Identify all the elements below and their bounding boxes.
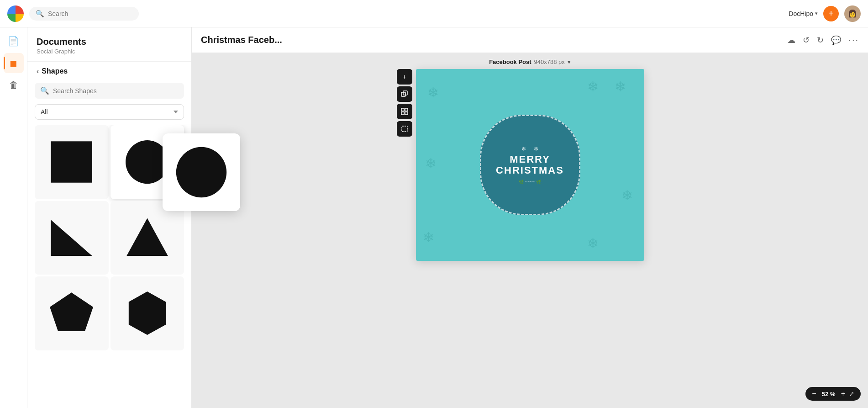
canvas-area[interactable]: Facebook Post 940x788 px ▾ + [192, 53, 868, 408]
avatar-image: 👩 [848, 9, 857, 18]
icon-bar: 📄 ◼ 🗑 [0, 27, 27, 408]
search-icon: 🔍 [36, 10, 44, 18]
shape-hexagon[interactable] [110, 276, 184, 350]
center-badge: ❄ ❄ MERRY CHRISTMAS 🌿 ~~~~ 🌿 [480, 115, 580, 215]
navbar-right: DocHipo ▾ + 👩 [789, 5, 861, 22]
search-shapes-icon: 🔍 [40, 86, 49, 95]
triangle-icon [121, 212, 173, 264]
trash-icon: 🗑 [9, 80, 18, 90]
svg-point-6 [176, 147, 226, 197]
snowflake-6: ❄ [587, 235, 599, 251]
square-icon [46, 136, 97, 188]
shape-square[interactable] [35, 125, 109, 199]
search-shapes-input[interactable] [53, 87, 179, 95]
comment-icon[interactable]: 💬 [831, 35, 841, 45]
svg-marker-3 [126, 218, 168, 256]
snowflake-2: ❄ [587, 79, 599, 95]
more-options-icon[interactable]: ··· [848, 35, 859, 45]
search-shapes-bar[interactable]: 🔍 [35, 83, 184, 99]
doc-title: Christmas Faceb... [201, 35, 787, 45]
app-logo[interactable] [7, 5, 24, 22]
svg-marker-5 [129, 291, 166, 335]
zoom-out-button[interactable]: − [812, 390, 816, 398]
global-search-bar[interactable]: 🔍 [29, 7, 139, 21]
grid-button[interactable] [397, 104, 412, 119]
circle-preview-icon [174, 145, 229, 200]
document-icon: 📄 [8, 36, 19, 47]
format-bar: Facebook Post 940x788 px ▾ [489, 53, 571, 69]
shape-right-triangle[interactable] [35, 201, 109, 275]
pentagon-icon [46, 287, 97, 339]
zoom-value: 52 % [820, 391, 837, 397]
right-triangle-icon [46, 212, 97, 264]
crop-button[interactable] [397, 121, 412, 137]
zoom-bar: − 52 % + ⤢ [805, 387, 861, 401]
canvas-container: + [416, 69, 644, 261]
left-panel: Documents Social Graphic ‹ Shapes 🔍 All … [27, 27, 192, 408]
svg-rect-13 [402, 126, 407, 132]
sidebar-item-trash[interactable]: 🗑 [4, 75, 24, 95]
topbar-actions: ☁ ↺ ↻ 💬 ··· [787, 35, 859, 45]
global-search-input[interactable] [48, 10, 130, 17]
svg-rect-9 [401, 108, 404, 111]
badge-content: ❄ ❄ MERRY CHRISTMAS 🌿 ~~~~ 🌿 [496, 146, 564, 184]
main-body: 📄 ◼ 🗑 Documents Social Graphic ‹ Shapes … [0, 27, 868, 408]
shape-pentagon[interactable] [35, 276, 109, 350]
panel-section-title: Documents [37, 37, 182, 47]
zoom-expand-button[interactable]: ⤢ [849, 390, 854, 397]
shapes-section-title: Shapes [42, 67, 68, 75]
design-canvas[interactable]: ❄ ❄ ❄ ❄ ❄ ❄ ❄ ❄ ❄ MERRY [416, 69, 644, 261]
center-area: Christmas Faceb... ☁ ↺ ↻ 💬 ··· Facebook … [192, 27, 868, 408]
sidebar-item-document[interactable]: 📄 [4, 31, 24, 51]
avatar[interactable]: 👩 [844, 5, 861, 22]
floating-toolbar: + [397, 69, 412, 137]
svg-rect-11 [401, 112, 404, 115]
snowflake-7: ❄ [425, 155, 437, 171]
crop-icon [401, 125, 408, 132]
format-size: 940x788 px [534, 58, 565, 65]
redo-icon[interactable]: ↻ [817, 35, 824, 45]
svg-rect-10 [405, 108, 408, 111]
editor-topbar: Christmas Faceb... ☁ ↺ ↻ 💬 ··· [192, 27, 868, 53]
svg-rect-12 [405, 112, 408, 115]
brand-chevron-icon: ▾ [815, 11, 818, 16]
undo-icon[interactable]: ↺ [803, 35, 810, 45]
format-chevron-icon[interactable]: ▾ [568, 58, 571, 65]
shape-filter-select[interactable]: All Basic Arrows Icons Line Art [35, 104, 184, 120]
snowflake-4: ❄ [621, 187, 633, 203]
panel-section-subtitle: Social Graphic [37, 48, 182, 55]
svg-marker-2 [51, 220, 92, 256]
panel-header: Documents Social Graphic [27, 27, 191, 58]
snowflake-3: ❄ [615, 79, 626, 95]
brand-menu[interactable]: DocHipo ▾ [789, 10, 818, 17]
snowflake-decoration-left: ❄ ❄ [496, 146, 564, 152]
duplicate-button[interactable] [397, 86, 412, 102]
snowflake-1: ❄ [427, 85, 439, 101]
shapes-icon: ◼ [10, 58, 17, 69]
hexagon-icon [121, 287, 173, 339]
brand-label: DocHipo [789, 10, 813, 17]
zoom-in-button[interactable]: + [841, 390, 845, 398]
grid-icon [401, 108, 408, 115]
christmas-text: MERRY CHRISTMAS [496, 154, 564, 176]
svg-rect-0 [51, 142, 92, 183]
duplicate-icon [401, 90, 408, 98]
cloud-save-icon[interactable]: ☁ [787, 35, 795, 45]
navbar: 🔍 DocHipo ▾ + 👩 [0, 0, 868, 27]
shape-triangle[interactable] [110, 201, 184, 275]
add-button[interactable]: + [823, 6, 839, 21]
badge-footer-decoration: 🌿 ~~~~ 🌿 [496, 180, 564, 184]
sidebar-item-shapes[interactable]: ◼ [4, 53, 24, 73]
snowflake-5: ❄ [423, 229, 434, 245]
back-button[interactable]: ‹ [37, 67, 39, 75]
filter-row: All Basic Arrows Icons Line Art [27, 104, 191, 125]
format-name: Facebook Post [489, 58, 531, 65]
add-element-button[interactable]: + [397, 69, 412, 85]
svg-marker-4 [50, 293, 93, 332]
shape-preview-popup [163, 133, 240, 211]
shapes-header: ‹ Shapes [27, 61, 191, 80]
badge-background: ❄ ❄ MERRY CHRISTMAS 🌿 ~~~~ 🌿 [480, 115, 580, 215]
